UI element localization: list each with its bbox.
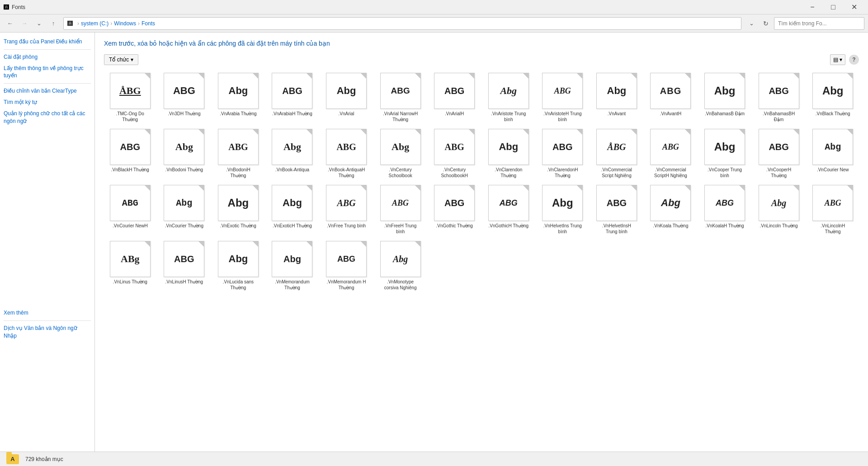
font-item[interactable]: Abg .VnMemorandum Thường: [266, 239, 319, 293]
font-item[interactable]: ABG .VnArialH: [428, 71, 481, 125]
font-preview-text: ABG: [174, 254, 194, 264]
font-item[interactable]: ABG .VnFreeH Trung bình: [374, 183, 427, 237]
font-icon: ÅBG: [596, 129, 637, 165]
font-item[interactable]: Abg .VnClarendon Thường: [482, 127, 535, 181]
page-title: Xem trước, xóa bỏ hoặc hiện và ẩn các ph…: [104, 40, 859, 47]
sidebar-link-find-char[interactable]: Tìm một ký tự: [4, 99, 91, 106]
font-item[interactable]: ÅBG .VnCommercial Script Nghiêng: [590, 127, 643, 181]
font-name-label: .VnExoticH Thường: [273, 223, 312, 229]
font-item[interactable]: Abg .VnMonotype corsiva Nghiêng: [374, 239, 427, 293]
font-icon: ABG: [488, 185, 529, 221]
sidebar-link-online-info[interactable]: Lấy thêm thông tin về phông trực tuyến: [4, 65, 91, 80]
minimize-button[interactable]: −: [802, 0, 823, 14]
up-button[interactable]: ↑: [47, 17, 60, 30]
view-icon: ▤: [833, 56, 838, 63]
sidebar-link-control-panel[interactable]: Trang đầu của Panel Điều khiển: [4, 38, 91, 46]
font-item[interactable]: Abg .VnBahamasB Đậm: [698, 71, 751, 125]
address-bar: ← → ⌄ ↑ 🅰 › system (C:) › Windows › Font…: [0, 14, 868, 33]
close-button[interactable]: ✕: [844, 0, 864, 14]
font-icon: ABG: [434, 73, 475, 109]
font-item[interactable]: Abg .VnBlack Thường: [807, 71, 859, 125]
font-item[interactable]: ABg .VnLinus Thường: [104, 239, 156, 293]
font-item[interactable]: Abg .VnLucida sans Thường: [212, 239, 264, 293]
font-item[interactable]: ABG .Vn3DH Thường: [158, 71, 211, 125]
maximize-button[interactable]: □: [823, 0, 844, 14]
font-item[interactable]: Abg .VnArabia Thường: [212, 71, 264, 125]
font-name-label: .VnAristote Trung bình: [488, 111, 529, 122]
font-item[interactable]: ÅBG .TMC-Ong Do Thường: [104, 71, 156, 125]
help-button[interactable]: ?: [849, 55, 859, 65]
font-icon: Abg: [759, 185, 799, 221]
font-item[interactable]: Abg .VnBodoni Thường: [158, 127, 211, 181]
font-item[interactable]: ABG .VnCourier NewH: [104, 183, 156, 237]
font-icon: Abg: [704, 73, 745, 109]
font-item[interactable]: Abg .VnAvant: [590, 71, 643, 125]
organize-button[interactable]: Tổ chức ▾: [104, 54, 138, 65]
font-item[interactable]: Abg .VnCooper Trung bình: [698, 127, 751, 181]
font-icon: Abg: [380, 129, 421, 165]
font-item[interactable]: ABG .VnArial NarrowH Thường: [374, 71, 427, 125]
font-item[interactable]: Abg .VnBook-Antiqua: [266, 127, 319, 181]
font-grid: ÅBG .TMC-Ong Do Thường ABG .Vn3DH Thường…: [104, 71, 859, 293]
recent-button[interactable]: ⌄: [33, 17, 45, 30]
font-item[interactable]: ABG .VnGothicH Thường: [482, 183, 535, 237]
dropdown-button[interactable]: ⌄: [745, 17, 758, 30]
font-item[interactable]: Abg .VnHelvetIns Trung bình: [537, 183, 589, 237]
back-button[interactable]: ←: [4, 17, 16, 30]
font-item[interactable]: ABG .VnBodoniH Thường: [212, 127, 264, 181]
font-icon: ABG: [704, 185, 745, 221]
font-item[interactable]: Abg .VnAristote Trung bình: [482, 71, 535, 125]
path-system[interactable]: system (C:): [81, 20, 108, 27]
path-fonts[interactable]: Fonts: [142, 20, 155, 27]
font-item[interactable]: Abg .VnKoala Thường: [645, 183, 697, 237]
refresh-button[interactable]: ↻: [760, 17, 772, 30]
font-name-label: .VnCooper Trung bình: [704, 167, 745, 179]
font-preview-text: Abg: [607, 85, 627, 97]
font-item[interactable]: Abg .VnExoticH Thường: [266, 183, 319, 237]
font-item[interactable]: Abg .VnCentury Schoolbook: [374, 127, 427, 181]
font-name-label: .VnCentury SchoolbookH: [434, 167, 475, 179]
sidebar-link-language-service[interactable]: Dịch vụ Văn bản và Ngôn ngữ Nhập: [4, 325, 91, 340]
sidebar-link-manage-fonts[interactable]: Quản lý phông chữ cho tất cả các ngôn ng…: [4, 110, 91, 125]
sidebar-link-install-font[interactable]: Cài đặt phông: [4, 53, 91, 61]
font-name-label: .VnGothic Thường: [436, 223, 473, 229]
font-item[interactable]: ABG .VnMemorandum H Thường: [320, 239, 373, 293]
font-icon: Abg: [542, 185, 583, 221]
search-input[interactable]: [774, 17, 864, 30]
font-item[interactable]: Abg .VnCourier New: [807, 127, 859, 181]
font-item[interactable]: ABG .VnGothic Thường: [428, 183, 481, 237]
font-item[interactable]: ABG .VnArabiaH Thường: [266, 71, 319, 125]
font-item[interactable]: ABG .VnBlackH Thường: [104, 127, 156, 181]
font-name-label: .VnKoala Thường: [653, 223, 689, 229]
font-item[interactable]: Abg .VnExotic Thường: [212, 183, 264, 237]
font-item[interactable]: ABG .VnCommercial ScriptH Nghiêng: [645, 127, 697, 181]
font-item[interactable]: ABG .VnHelvetInsH Trung bình: [590, 183, 643, 237]
window-controls: − □ ✕: [802, 0, 864, 14]
font-name-label: .VnBook-AntiquaH Thường: [326, 167, 367, 179]
font-name-label: .VnArabiaH Thường: [272, 111, 312, 117]
font-item[interactable]: ABG .VnBahamasBH Đậm: [753, 71, 805, 125]
font-item[interactable]: ABG .VnAristoteH Trung bình: [537, 71, 589, 125]
font-item[interactable]: Abg .VnLincoln Thường: [753, 183, 805, 237]
font-item[interactable]: ABG .VnLincolnH Thường: [807, 183, 859, 237]
font-item[interactable]: ABG .VnKoalaH Thường: [698, 183, 751, 237]
font-name-label: .TMC-Ong Do Thường: [110, 111, 151, 122]
sidebar-link-see-more[interactable]: Xem thêm: [4, 309, 91, 317]
forward-button[interactable]: →: [18, 17, 31, 30]
path-windows[interactable]: Windows: [114, 20, 136, 27]
font-name-label: .VnLinusH Thường: [165, 279, 203, 285]
font-item[interactable]: ABG .VnCooperH Thường: [753, 127, 805, 181]
sidebar-link-cleartype[interactable]: Điều chỉnh văn bản ClearType: [4, 87, 91, 95]
font-preview-text: Abg: [283, 254, 301, 264]
font-item[interactable]: ABG .VnCentury SchoolbookH: [428, 127, 481, 181]
font-item[interactable]: ABG .VnFree Trung bình: [320, 183, 373, 237]
font-item[interactable]: Abg .VnCourier Thường: [158, 183, 211, 237]
font-item[interactable]: ABG .VnBook-AntiquaH Thường: [320, 127, 373, 181]
font-icon: ABG: [164, 73, 204, 109]
font-name-label: .Vn3DH Thường: [168, 111, 200, 117]
view-button[interactable]: ▤ ▾: [830, 54, 845, 65]
font-item[interactable]: ABG .VnAvantH: [645, 71, 697, 125]
font-item[interactable]: ABG .VnLinusH Thường: [158, 239, 211, 293]
font-item[interactable]: Abg .VnArial: [320, 71, 373, 125]
font-item[interactable]: ABG .VnClarendonH Thường: [537, 127, 589, 181]
